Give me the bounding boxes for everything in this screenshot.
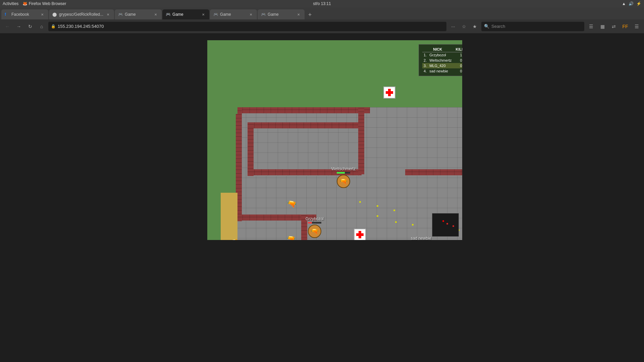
scoreboard: NICK KILLS 1. Grzybozol 1 2. <box>419 44 462 76</box>
player-grzybozol-name: Grzybozol <box>306 217 324 221</box>
bullet-6 <box>412 224 414 226</box>
reader-icon[interactable]: ☰ <box>586 22 596 31</box>
rank-1: 1. <box>422 52 428 58</box>
game-container[interactable]: NICK KILLS 1. Grzybozol 1 2. <box>207 40 462 240</box>
new-tab-button[interactable]: + <box>305 10 315 19</box>
home-button[interactable]: ⌂ <box>37 22 46 31</box>
game4-favicon: 🎮 <box>261 12 266 17</box>
tab-game3[interactable]: 🎮 Game ✕ <box>210 9 257 19</box>
rank-2: 2. <box>422 58 428 63</box>
battery-icon: ⚡ <box>636 1 641 6</box>
synced-tabs-icon[interactable]: ⇄ <box>609 22 619 31</box>
kills-4: 0 <box>453 68 462 74</box>
nav-actions: ··· ☆ ★ <box>448 22 479 31</box>
health-pickup-2 <box>354 229 366 240</box>
bullet-5 <box>395 221 397 223</box>
player-weltschmertz-sprite: 🔫 <box>337 175 350 188</box>
nick-2: Weltschmertz <box>428 58 453 63</box>
score-row-2: 2. Weltschmertz 0 <box>422 58 462 63</box>
tab-github[interactable]: ⬤ grypesc/GetRickRolled... ✕ <box>49 9 114 19</box>
bookmark-icon[interactable]: ☆ <box>459 22 469 31</box>
search-placeholder: Search <box>491 24 505 29</box>
minimap <box>432 213 459 237</box>
os-clock: střo 13:11 <box>313 1 331 6</box>
tab-github-label: grypesc/GetRickRolled... <box>59 12 103 17</box>
tab-game2-close[interactable]: ✕ <box>201 12 206 17</box>
search-bar[interactable]: 🔍 Search <box>481 22 584 31</box>
tab-game1-label: Game <box>125 12 151 17</box>
forward-button[interactable]: → <box>14 22 23 31</box>
sidebar-icon[interactable]: ▦ <box>598 22 607 31</box>
player-weltschmertz: Weltschmertz 🔫 <box>331 167 356 188</box>
tab-game3-close[interactable]: ✕ <box>248 12 254 17</box>
game3-favicon: 🎮 <box>213 12 218 17</box>
tab-facebook[interactable]: f Facebook ✕ <box>1 9 48 19</box>
browser-content: NICK KILLS 1. Grzybozol 1 2. <box>0 34 644 362</box>
address-text: 155.230.194.245:54070 <box>58 24 104 29</box>
firefox-label: 🦊 Firefox Web Browser <box>22 1 66 6</box>
minimap-dot-2 <box>446 223 448 225</box>
bullet-1 <box>359 201 361 203</box>
player-grzybozol-sprite: 🔫 <box>308 225 321 238</box>
lock-icon: 🔒 <box>51 24 56 28</box>
bullet-3 <box>393 209 395 211</box>
reload-button[interactable]: ↻ <box>25 22 35 31</box>
score-row-1: 1. Grzybozol 1 <box>422 52 462 58</box>
tab-github-close[interactable]: ✕ <box>105 12 111 17</box>
tab-game2[interactable]: 🎮 Game ✕ <box>162 9 209 19</box>
tab-game4-label: Game <box>268 12 294 17</box>
kills-3: 0 <box>453 63 462 68</box>
navbar: ← → ↻ ⌂ 🔒 155.230.194.245:54070 ··· ☆ ★ … <box>0 19 644 34</box>
tab-game3-label: Game <box>220 12 246 17</box>
grass-patch-upper <box>221 84 237 114</box>
health-pickup-1 <box>383 86 395 99</box>
minimap-dot-3 <box>452 225 454 227</box>
sand-area-left <box>221 193 237 240</box>
kills-2: 0 <box>453 58 462 63</box>
browser-window: f Facebook ✕ ⬤ grypesc/GetRickRolled... … <box>0 7 644 362</box>
address-bar[interactable]: 🔒 155.230.194.245:54070 <box>48 22 446 31</box>
tabbar: f Facebook ✕ ⬤ grypesc/GetRickRolled... … <box>0 7 644 19</box>
game1-favicon: 🎮 <box>118 12 123 17</box>
tab-game1-close[interactable]: ✕ <box>153 12 158 17</box>
nick-3: MLG_420 <box>428 63 453 68</box>
sound-icon: 🔊 <box>629 1 634 6</box>
os-topbar-left: Activities 🦊 Firefox Web Browser <box>3 1 66 6</box>
tab-game2-label: Game <box>172 12 199 17</box>
menu-button[interactable]: ☰ <box>632 22 641 31</box>
bullet-4 <box>377 215 378 217</box>
star-icon[interactable]: ★ <box>470 22 479 31</box>
brick-wall-outer-top <box>236 107 370 113</box>
player-sadnewbie: sad newbie 🔫 <box>411 236 431 240</box>
tab-facebook-label: Facebook <box>11 12 38 17</box>
brick-wall-right-upper <box>358 107 364 174</box>
tab-game4-close[interactable]: ✕ <box>296 12 301 17</box>
player-grzybozol-healthbar <box>308 222 321 224</box>
tab-game1[interactable]: 🎮 Game ✕ <box>115 9 162 19</box>
minimap-dot-1 <box>442 220 444 222</box>
gh-favicon: ⬤ <box>52 12 57 17</box>
activities-label[interactable]: Activities <box>3 1 18 6</box>
player-grzybozol-health <box>308 222 312 224</box>
rank-4: 4. <box>422 68 428 74</box>
rank-3: 3. <box>422 63 428 68</box>
player-weltschmertz-healthbar <box>337 172 350 174</box>
nick-4: sad newbie <box>428 68 453 74</box>
os-topbar: Activities 🦊 Firefox Web Browser střo 13… <box>0 0 644 7</box>
brick-wall-inner-top <box>248 122 362 128</box>
game-canvas: NICK KILLS 1. Grzybozol 1 2. <box>207 40 462 240</box>
brick-wall-upper-right-h <box>405 169 462 175</box>
tab-facebook-close[interactable]: ✕ <box>40 12 45 17</box>
nick-header: NICK <box>422 47 453 52</box>
firefox-account-icon[interactable]: FF <box>621 22 630 31</box>
gun-floor-2: 🔫 <box>287 234 296 240</box>
search-icon: 🔍 <box>484 24 489 29</box>
back-button[interactable]: ← <box>3 22 12 31</box>
nick-1: Grzybozol <box>428 52 453 58</box>
os-topbar-right: ▲ 🔊 ⚡ <box>622 1 641 6</box>
sand-area-bottom <box>221 193 237 199</box>
player-weltschmertz-health <box>337 172 345 174</box>
score-row-3: 3. MLG_420 0 <box>422 63 462 68</box>
tab-game4[interactable]: 🎮 Game ✕ <box>258 9 305 19</box>
more-button[interactable]: ··· <box>448 22 458 31</box>
